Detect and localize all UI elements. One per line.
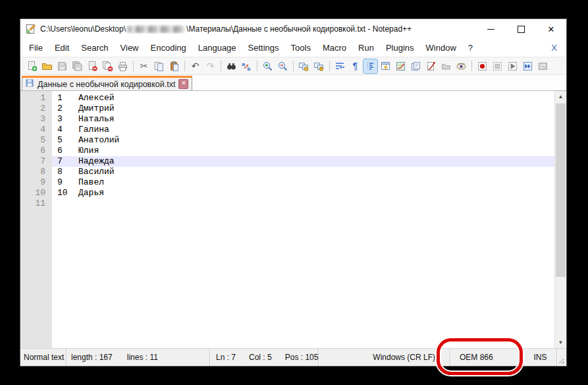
close-document-x-button[interactable]: X — [546, 43, 562, 53]
macro-stop-icon — [491, 59, 504, 73]
replace-icon[interactable]: ab — [240, 59, 254, 73]
find-icon[interactable] — [225, 59, 238, 73]
line-index: 9 — [57, 177, 78, 188]
notepadpp-app-icon — [26, 24, 36, 34]
scrollbar-thumb[interactable] — [556, 104, 566, 277]
document-map-icon[interactable] — [394, 59, 408, 73]
text-line-9[interactable]: 9Павел — [52, 177, 554, 188]
menu-item-settings[interactable]: Settings — [242, 41, 285, 55]
toolbar: ✂↶↷ab¶ — [20, 57, 566, 75]
status-caret-position: Ln : 7 Col : 5 Pos : 105 — [210, 349, 319, 366]
menu-item-encoding[interactable]: Encoding — [145, 41, 192, 55]
text-line-6[interactable]: 6Юлия — [52, 146, 554, 156]
title-bar: C:\Users\leonu\Desktop\\Материалы\Данные… — [20, 19, 566, 39]
print-icon[interactable] — [116, 59, 130, 73]
view-eye-icon[interactable] — [454, 59, 468, 73]
line-index: 5 — [57, 135, 78, 146]
menu-item-view[interactable]: View — [115, 41, 145, 55]
text-line-5[interactable]: 5Анатолий — [52, 135, 554, 146]
scroll-up-icon[interactable]: ▲ — [555, 91, 566, 102]
menu-item-help[interactable]: ? — [462, 41, 479, 55]
line-index: 1 — [57, 93, 78, 104]
line-number-gutter: 1234567891011 — [20, 91, 52, 348]
doc-switcher-icon[interactable] — [409, 59, 423, 73]
close-file-icon[interactable] — [86, 59, 99, 73]
sync-horizontal-scroll-icon[interactable] — [312, 59, 326, 73]
line-number: 3 — [20, 114, 52, 125]
menu-item-window[interactable]: Window — [420, 41, 462, 55]
tab-bar: Данные с необычной кодировкой.txt ✕ — [20, 75, 566, 91]
line-number: 1 — [20, 93, 52, 104]
folder-as-workspace-icon — [439, 59, 453, 73]
cut-icon[interactable]: ✂ — [137, 59, 151, 73]
line-number: 7 — [20, 156, 52, 167]
text-line-7[interactable]: 7Надежда — [52, 156, 554, 167]
svg-text:a: a — [242, 61, 246, 67]
menu-item-search[interactable]: Search — [75, 41, 114, 55]
line-index: 8 — [57, 167, 78, 177]
status-encoding[interactable]: OEM 866 — [450, 349, 524, 366]
scrollbar-track[interactable] — [555, 102, 566, 337]
line-index: 4 — [57, 125, 78, 135]
function-list-icon[interactable] — [379, 59, 392, 73]
notepadpp-window: C:\Users\leonu\Desktop\\Материалы\Данные… — [20, 18, 567, 367]
scroll-down-icon[interactable]: ▼ — [555, 337, 566, 348]
menu-item-language[interactable]: Language — [192, 41, 242, 55]
line-number: 4 — [20, 125, 52, 135]
open-file-icon[interactable] — [40, 59, 54, 73]
menu-item-macro[interactable]: Macro — [317, 41, 352, 55]
toolbar-separator — [133, 61, 134, 71]
line-text: Дарья — [78, 188, 104, 198]
menu-item-run[interactable]: Run — [352, 41, 380, 55]
menu-item-tools[interactable]: Tools — [285, 41, 317, 55]
status-length: length : 167 — [71, 353, 113, 362]
zoom-out-icon[interactable] — [276, 59, 290, 73]
show-all-characters-icon[interactable]: ¶ — [348, 59, 362, 73]
sync-vertical-scroll-icon[interactable] — [297, 59, 311, 73]
line-text: Василий — [78, 167, 115, 177]
text-line-10[interactable]: 10Дарья — [52, 188, 554, 198]
close-all-files-icon[interactable] — [101, 59, 115, 73]
text-line-4[interactable]: 4Галина — [52, 125, 554, 135]
line-index: 10 — [57, 188, 78, 198]
indent-guide-icon[interactable] — [363, 59, 377, 73]
copy-icon[interactable] — [152, 59, 166, 73]
text-line-11[interactable] — [52, 198, 554, 209]
text-line-1[interactable]: 1Алексей — [52, 93, 554, 104]
macro-play-icon[interactable] — [506, 59, 520, 73]
close-button[interactable]: ✕ — [536, 19, 566, 39]
menu-item-edit[interactable]: Edit — [49, 41, 75, 55]
line-index: 3 — [57, 114, 78, 125]
text-line-2[interactable]: 2Дмитрий — [52, 104, 554, 114]
minimize-button[interactable] — [475, 19, 506, 39]
new-file-icon[interactable] — [25, 59, 39, 73]
status-doc-type: Normal text — [20, 349, 67, 366]
macro-run-multiple-icon[interactable] — [521, 59, 535, 73]
line-number: 10 — [20, 188, 52, 198]
word-wrap-icon[interactable] — [333, 59, 347, 73]
menu-item-plugins[interactable]: Plugins — [380, 41, 420, 55]
zoom-in-icon[interactable] — [261, 59, 275, 73]
status-ln: Ln : 7 — [216, 353, 236, 362]
tab-close-icon[interactable]: ✕ — [178, 79, 188, 89]
undo-icon[interactable]: ↶ — [188, 59, 202, 73]
text-content[interactable]: 1Алексей2Дмитрий3Наталья4Галина5Анатолий… — [52, 91, 554, 348]
status-eol-format: Windows (CR LF) — [319, 349, 450, 366]
menu-item-file[interactable]: File — [23, 41, 49, 55]
maximize-button[interactable] — [506, 19, 536, 39]
vertical-scrollbar[interactable]: ▲ ▼ — [554, 91, 566, 348]
text-line-3[interactable]: 3Наталья — [52, 114, 554, 125]
line-number: 8 — [20, 167, 52, 177]
tab-active-document[interactable]: Данные с необычной кодировкой.txt ✕ — [22, 76, 192, 90]
status-col: Col : 5 — [249, 353, 272, 362]
resize-grip[interactable] — [557, 349, 566, 366]
line-number: 5 — [20, 135, 52, 146]
status-lines: lines : 11 — [127, 353, 158, 362]
macro-record-icon[interactable] — [475, 59, 489, 73]
status-length-lines: length : 167 lines : 11 — [67, 349, 210, 366]
text-line-8[interactable]: 8Василий — [52, 167, 554, 177]
mime-tools-icon[interactable] — [424, 59, 438, 73]
editor-area[interactable]: 1234567891011 1Алексей2Дмитрий3Наталья4Г… — [20, 91, 566, 348]
paste-icon[interactable] — [167, 59, 181, 73]
close-icon: ✕ — [548, 25, 555, 34]
